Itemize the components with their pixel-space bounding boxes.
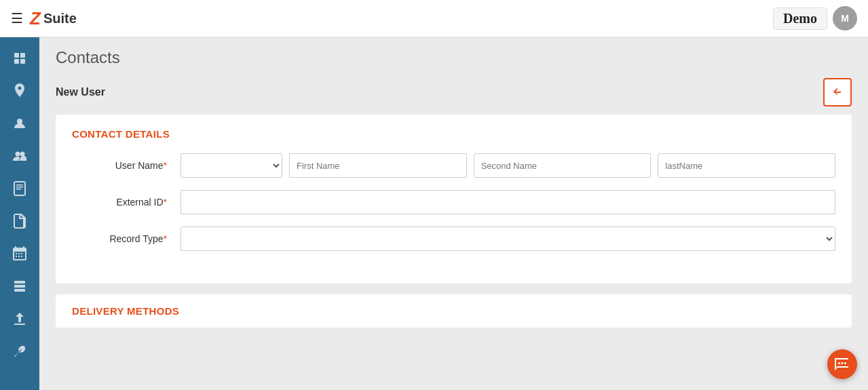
svg-rect-9	[14, 289, 25, 292]
logo-container: Z Suite	[30, 8, 77, 29]
first-name-input[interactable]	[289, 153, 467, 178]
sidebar-item-contacts[interactable]	[5, 109, 34, 138]
external-id-fields	[181, 190, 835, 214]
svg-rect-8	[14, 285, 25, 288]
username-fields: Mr Ms Dr	[181, 153, 835, 178]
sidebar-item-documents[interactable]	[5, 207, 34, 235]
sidebar-item-tools[interactable]	[5, 337, 34, 366]
main-layout: Contacts New User Contact Details User N…	[0, 37, 868, 390]
sidebar	[0, 37, 39, 390]
demo-badge: Demo	[773, 7, 827, 30]
svg-rect-1	[20, 53, 25, 58]
logo-z-icon: Z	[30, 8, 41, 29]
sidebar-item-groups[interactable]	[5, 142, 34, 170]
svg-rect-7	[14, 281, 25, 284]
username-row: User Name* Mr Ms Dr	[72, 153, 835, 178]
page-header: New User	[39, 74, 868, 115]
hamburger-icon[interactable]: ☰	[11, 10, 23, 26]
svg-rect-3	[20, 59, 25, 64]
svg-rect-10	[838, 362, 840, 364]
top-header: ☰ Z Suite Demo M	[0, 0, 868, 37]
chat-bubble-button[interactable]	[827, 349, 857, 379]
header-left: ☰ Z Suite	[11, 8, 773, 29]
second-name-input[interactable]	[474, 153, 652, 178]
header-right: Demo M	[773, 6, 857, 31]
record-type-label: Record Type*	[72, 233, 181, 244]
svg-rect-12	[844, 362, 846, 364]
delivery-methods-card: DELIVERY METHODS	[56, 294, 852, 328]
sidebar-item-calendar[interactable]	[5, 239, 34, 268]
record-type-fields	[181, 227, 835, 251]
required-star: *	[164, 160, 167, 171]
record-type-row: Record Type*	[72, 227, 835, 251]
svg-point-4	[17, 119, 22, 124]
content-area: Contacts New User Contact Details User N…	[39, 37, 868, 390]
new-user-label: New User	[56, 86, 105, 98]
sidebar-item-location[interactable]	[5, 77, 34, 105]
sidebar-item-dashboard[interactable]	[5, 44, 34, 73]
external-id-input[interactable]	[181, 190, 835, 214]
title-select[interactable]: Mr Ms Dr	[181, 153, 282, 178]
contact-details-card: Contact Details User Name* Mr Ms Dr	[56, 115, 852, 284]
external-id-label: External ID*	[72, 197, 181, 208]
contact-details-title: Contact Details	[72, 128, 835, 140]
last-name-input[interactable]	[658, 153, 835, 178]
required-star-2: *	[164, 197, 167, 208]
page-title: Contacts	[39, 37, 868, 74]
avatar[interactable]: M	[833, 6, 857, 31]
svg-rect-11	[842, 362, 844, 364]
sidebar-item-reports[interactable]	[5, 174, 34, 203]
delivery-methods-title: DELIVERY METHODS	[72, 305, 835, 317]
sidebar-item-data[interactable]	[5, 272, 34, 300]
svg-rect-2	[14, 59, 19, 64]
back-button[interactable]	[823, 78, 852, 106]
svg-point-6	[20, 152, 25, 157]
record-type-select[interactable]	[181, 227, 835, 251]
svg-rect-0	[14, 53, 19, 58]
logo-suite-text: Suite	[43, 11, 77, 26]
external-id-row: External ID*	[72, 190, 835, 214]
svg-point-5	[16, 152, 20, 157]
username-label: User Name*	[72, 160, 181, 171]
required-star-3: *	[164, 233, 167, 244]
sidebar-item-upload[interactable]	[5, 305, 34, 333]
